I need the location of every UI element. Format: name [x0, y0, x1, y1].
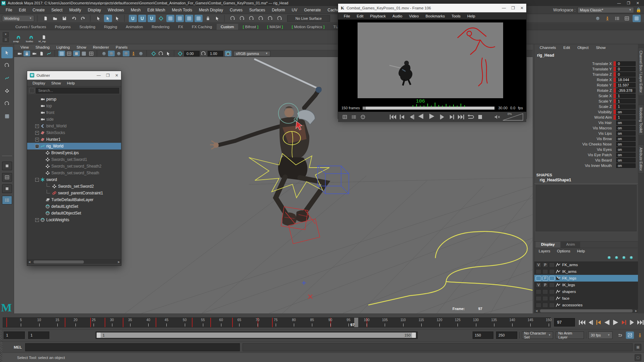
live-surface-field[interactable]: No Live Surface: [287, 15, 330, 22]
range-start-handle[interactable]: [97, 333, 101, 338]
scroll-left-icon[interactable]: ◀: [534, 309, 539, 313]
close-button[interactable]: ✕: [520, 6, 524, 10]
shelf-tab-bifrost[interactable]: [ Bifrost ]: [239, 24, 263, 30]
shelf-tab-rendering[interactable]: Rendering: [148, 24, 173, 30]
close-button[interactable]: ✕: [636, 0, 639, 6]
player-menu-video[interactable]: Video: [406, 13, 422, 19]
graph-toggle-icon[interactable]: [626, 331, 634, 339]
outliner-item-side[interactable]: side: [27, 116, 121, 123]
layer-display-type-toggle[interactable]: [549, 269, 555, 274]
step-fwd-key-button[interactable]: [620, 318, 628, 326]
layer-editor-scrollbar[interactable]: ◀ ▶: [534, 308, 638, 313]
empty-layer-icon[interactable]: [622, 255, 626, 260]
player-loop-button[interactable]: [466, 114, 475, 120]
mel-toggle-button[interactable]: MEL: [14, 345, 22, 349]
outliner-item-swords-set-sword-sheath2[interactable]: Swords_set:sword_Sheath2: [27, 163, 121, 170]
open-scene-icon[interactable]: [51, 15, 59, 22]
fps-dropdown[interactable]: 30 fps ▼: [588, 331, 612, 339]
layer-row-face[interactable]: face: [534, 295, 638, 302]
current-frame-field[interactable]: 97: [554, 318, 575, 326]
field-chart-icon[interactable]: [88, 51, 95, 56]
select-object-icon[interactable]: [104, 15, 112, 22]
display-layer-bar-icon[interactable]: [613, 15, 621, 22]
layer-row-accessories[interactable]: accessories: [534, 302, 638, 308]
menu-item-file[interactable]: File: [3, 7, 15, 13]
channel-menu-edit[interactable]: Edit: [560, 45, 574, 50]
outliner-title-bar[interactable]: M Outliner — ❐ ✕: [27, 71, 121, 80]
motion-blur-icon[interactable]: [150, 51, 157, 56]
help-toggle-icon[interactable]: ▢: [635, 354, 641, 361]
channel-value-field[interactable]: on: [616, 110, 636, 114]
layer-menu-options[interactable]: Options: [554, 249, 574, 253]
palette-icon[interactable]: [359, 113, 367, 121]
character-hunter[interactable]: [210, 59, 326, 226]
snap-curve-icon[interactable]: [138, 15, 146, 22]
film-gate-icon[interactable]: [66, 51, 72, 56]
outliner-item-front[interactable]: front: [27, 109, 121, 116]
channel-value-field[interactable]: on: [616, 147, 636, 152]
layer-playback-toggle[interactable]: P: [542, 262, 548, 267]
channel-value-field[interactable]: -359.378: [616, 88, 636, 93]
layer-playback-toggle[interactable]: [542, 303, 548, 308]
redo-icon[interactable]: [79, 15, 87, 22]
inputs-icon[interactable]: [166, 15, 174, 22]
shelf-tab-animation[interactable]: Animation: [122, 24, 147, 30]
mute-speaker-icon[interactable]: [494, 114, 500, 120]
menu-item-edit-mesh[interactable]: Edit Mesh: [144, 7, 168, 13]
channel-value-field[interactable]: on: [616, 158, 636, 163]
player-next-key-button[interactable]: [447, 114, 456, 120]
player-title-bar[interactable]: K Combat_Games_KeyPoses_01.mov - Frame 1…: [338, 4, 526, 12]
layer-display-type-toggle[interactable]: [549, 276, 555, 281]
shadows-icon[interactable]: [130, 51, 137, 56]
menu-item-mesh[interactable]: Mesh: [128, 7, 144, 13]
new-scene-icon[interactable]: [42, 15, 50, 22]
layer-visibility-toggle[interactable]: [536, 296, 541, 301]
render-icon[interactable]: [195, 15, 203, 22]
close-button[interactable]: ✕: [115, 73, 118, 78]
channel-value-field[interactable]: on: [616, 126, 636, 130]
construction-history-icon[interactable]: [185, 15, 193, 22]
four-pane-layout-button[interactable]: [2, 173, 12, 182]
world-control-curve[interactable]: [368, 232, 533, 305]
channel-box-toggle-icon[interactable]: [633, 15, 641, 22]
play-backward-button[interactable]: [603, 318, 611, 326]
menu-item-deform[interactable]: Deform: [269, 7, 288, 13]
player-stop-range-button[interactable]: [476, 114, 484, 120]
layer-visibility-toggle[interactable]: [536, 289, 541, 294]
character-set-icon[interactable]: [636, 331, 644, 339]
curve-snap-f-icon[interactable]: [276, 15, 284, 22]
undo-icon[interactable]: [70, 15, 78, 22]
scroll-left-icon[interactable]: ◀: [27, 260, 32, 264]
select-tool-button[interactable]: [1, 47, 13, 58]
lights-icon[interactable]: [123, 51, 129, 56]
paint-select-tool-button[interactable]: [1, 72, 13, 84]
menu-item-mesh-display[interactable]: Mesh Display: [196, 7, 226, 13]
player-menu-file[interactable]: File: [341, 13, 353, 19]
scrub-handle[interactable]: [363, 107, 366, 110]
outliner-item-sword-parentconstraint1[interactable]: sword_parentConstraint1: [27, 190, 121, 196]
lock-workspace-icon[interactable]: 🔒: [636, 7, 641, 12]
play-forward-button[interactable]: [611, 318, 619, 326]
single-pane-layout-button[interactable]: [2, 162, 12, 170]
grid-toggle-icon[interactable]: [58, 51, 65, 56]
layer-playback-toggle[interactable]: P: [542, 283, 548, 288]
shelf-tab-custom[interactable]: Custom: [217, 24, 238, 30]
wireframe-icon[interactable]: [101, 51, 107, 56]
ao-icon[interactable]: [138, 51, 144, 56]
outliner-item-defaultlightset[interactable]: defaultLightSet: [27, 203, 121, 210]
outliner-item-bind-world[interactable]: +bind_World: [27, 123, 121, 129]
two-pane-side-layout-button[interactable]: [2, 184, 12, 193]
maximize-button[interactable]: ❐: [106, 73, 110, 78]
panel-menu-panels[interactable]: Panels: [113, 45, 130, 50]
outliner-menu-display[interactable]: Display: [30, 80, 48, 86]
playback-range-bar[interactable]: 1 150: [97, 333, 416, 338]
tool-mode-dropdown[interactable]: Modeling▼: [2, 15, 34, 22]
film-layout-icon[interactable]: [341, 113, 349, 121]
player-go-start-button[interactable]: [388, 114, 397, 120]
outliner-item-sword[interactable]: −sword: [27, 176, 121, 183]
maximize-button[interactable]: ❐: [511, 6, 515, 10]
channel-value-field[interactable]: on: [616, 142, 636, 146]
player-menu-playback[interactable]: Playback: [367, 13, 389, 19]
move-tool-button[interactable]: [1, 85, 13, 97]
channel-value-field[interactable]: 11.597: [616, 83, 636, 87]
